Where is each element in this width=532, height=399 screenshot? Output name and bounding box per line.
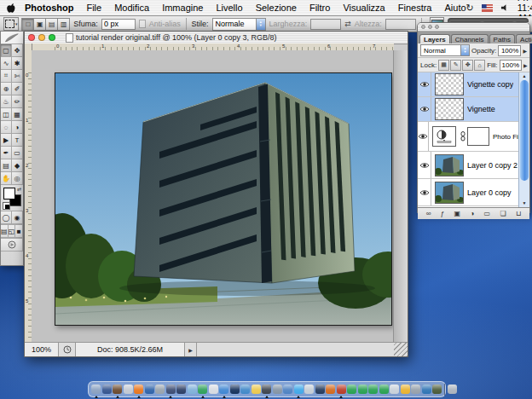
- layer-name[interactable]: Layer 0 copy 2: [467, 161, 518, 170]
- layer-row[interactable]: Vignette: [418, 97, 529, 122]
- delete-layer-icon[interactable]: ⊔: [516, 211, 521, 217]
- dock-app-icon[interactable]: [368, 385, 378, 394]
- dock-app-icon[interactable]: [230, 385, 240, 394]
- layer-mask-thumbnail[interactable]: [467, 127, 489, 146]
- menu-modifica[interactable]: Modifica: [114, 3, 149, 13]
- doc-size-readout[interactable]: Doc: 908.5K/2.66M: [76, 343, 185, 356]
- link-layers-icon[interactable]: ∞: [426, 211, 431, 217]
- layer-name[interactable]: Photo Filte...: [493, 133, 519, 141]
- tool-type-icon[interactable]: T: [12, 134, 23, 147]
- height-input[interactable]: [385, 19, 416, 30]
- tool-move-icon[interactable]: ✥: [12, 44, 23, 57]
- close-button[interactable]: [28, 34, 35, 41]
- add-mask-icon[interactable]: ▣: [454, 211, 461, 217]
- menu-finestra[interactable]: Finestra: [398, 3, 432, 13]
- dock-app-icon[interactable]: [145, 385, 154, 394]
- tab-actions[interactable]: Actions: [516, 34, 532, 43]
- dock-app-icon[interactable]: [155, 385, 165, 394]
- visibility-eye-icon[interactable]: [418, 152, 431, 178]
- tool-rectangular-marquee-icon[interactable]: ▢: [1, 44, 12, 57]
- tab-channels[interactable]: Channels: [451, 34, 489, 43]
- subtract-selection-icon[interactable]: ▤: [45, 18, 58, 31]
- feather-input[interactable]: 0 px: [101, 19, 136, 30]
- layer-thumbnail-transparent[interactable]: [435, 98, 464, 120]
- resize-grip[interactable]: [394, 343, 408, 356]
- vertical-scrollbar[interactable]: [393, 50, 408, 343]
- apple-menu-icon[interactable]: [7, 3, 16, 14]
- add-selection-icon[interactable]: ▣: [33, 18, 46, 31]
- standard-mode-icon[interactable]: ◯: [1, 211, 12, 224]
- dock-app-icon[interactable]: [273, 385, 282, 394]
- foreground-color-swatch[interactable]: [3, 188, 15, 200]
- dock-app-icon[interactable]: [422, 385, 431, 394]
- swap-colors-icon[interactable]: ⇄: [17, 186, 21, 192]
- sync-icon[interactable]: ↻: [466, 3, 474, 13]
- layer-thumbnail-transparent[interactable]: [435, 73, 464, 95]
- layer-image-thumbnail[interactable]: [435, 154, 464, 176]
- visibility-eye-icon[interactable]: [418, 179, 431, 205]
- dock-app-icon[interactable]: [252, 385, 261, 394]
- dock-app-icon[interactable]: [113, 385, 122, 394]
- antialias-checkbox[interactable]: [139, 20, 146, 28]
- tool-clone-stamp-icon[interactable]: ♨: [1, 95, 12, 108]
- layer-row[interactable]: Layer 0 copy 2: [418, 152, 529, 179]
- dock-app-icon[interactable]: [401, 385, 410, 394]
- menu-selezione[interactable]: Selezione: [256, 3, 297, 13]
- layer-name[interactable]: Vignette: [467, 105, 495, 113]
- layer-row[interactable]: Layer 0 copy: [418, 179, 529, 206]
- visibility-eye-icon[interactable]: [418, 72, 431, 96]
- lock-position-icon[interactable]: ✥: [462, 60, 473, 71]
- tool-magic-wand-icon[interactable]: ✱: [12, 57, 23, 70]
- dock-app-icon[interactable]: [166, 385, 176, 394]
- dock-app-icon[interactable]: [315, 385, 325, 394]
- adjustment-layer-icon[interactable]: ◑: [470, 211, 474, 217]
- dock-app-icon[interactable]: [134, 385, 143, 394]
- dock-app-icon[interactable]: [432, 385, 442, 394]
- document-title-bar[interactable]: tutorial render original.tiff @ 100% (La…: [25, 32, 408, 44]
- tool-dodge-icon[interactable]: ◑: [12, 121, 23, 134]
- dock-app-icon[interactable]: [411, 385, 420, 394]
- dock-app-icon[interactable]: [188, 385, 197, 394]
- scroll-up-icon[interactable]: ▲: [519, 74, 529, 78]
- minimize-button[interactable]: [38, 34, 45, 41]
- menu-file[interactable]: File: [86, 3, 101, 13]
- zoom-level-field[interactable]: 100%: [25, 343, 59, 356]
- fullscreen-icon[interactable]: ■: [15, 225, 23, 238]
- dock-app-icon[interactable]: [91, 385, 101, 394]
- menu-immagine[interactable]: Immagine: [162, 3, 203, 13]
- mask-link-icon[interactable]: [460, 131, 466, 142]
- tool-shape-icon[interactable]: ▭: [12, 147, 23, 159]
- trash-icon[interactable]: [448, 385, 457, 394]
- tool-pen-icon[interactable]: ✒: [1, 147, 12, 159]
- tool-zoom-icon[interactable]: ◎: [12, 172, 23, 185]
- dock-app-icon[interactable]: [124, 385, 133, 394]
- intersect-selection-icon[interactable]: ▥: [57, 18, 70, 31]
- opacity-field[interactable]: 100%: [498, 45, 521, 56]
- layers-scrollbar[interactable]: ▲ ▼: [518, 72, 529, 207]
- lock-pixels-icon[interactable]: ✎: [450, 60, 461, 71]
- adjustment-layer-thumbnail[interactable]: [432, 126, 456, 147]
- tool-slice-icon[interactable]: ✄: [12, 70, 23, 83]
- fill-arrow-icon[interactable]: ▶: [523, 62, 528, 68]
- layer-row[interactable]: Photo Filte...: [418, 122, 529, 152]
- tool-crop-icon[interactable]: ⌗: [1, 70, 12, 83]
- palette-minimize-button[interactable]: [428, 25, 432, 29]
- active-tool-preview[interactable]: ▾: [3, 17, 19, 31]
- dock-app-icon[interactable]: [198, 385, 207, 394]
- fill-field[interactable]: 100%: [500, 60, 522, 71]
- dock-app-icon[interactable]: [379, 385, 389, 394]
- default-colors-icon[interactable]: [3, 202, 10, 210]
- keyboard-flag-icon[interactable]: [482, 4, 493, 12]
- rendered-image[interactable]: [55, 72, 392, 326]
- tab-paths[interactable]: Paths: [489, 34, 515, 43]
- dock-app-icon[interactable]: [347, 385, 356, 394]
- lock-all-icon[interactable]: ⌂: [474, 60, 485, 71]
- dock-app-icon[interactable]: [176, 385, 186, 394]
- tool-notes-icon[interactable]: ▤: [1, 159, 12, 172]
- tool-blur-icon[interactable]: ◌: [1, 121, 12, 134]
- dock-app-icon[interactable]: [209, 385, 218, 394]
- status-menu-arrow-icon[interactable]: ▶: [185, 343, 197, 356]
- scrollbar-thumb[interactable]: [520, 80, 529, 181]
- volume-icon[interactable]: [500, 3, 510, 12]
- new-layer-icon[interactable]: ❏: [500, 211, 506, 217]
